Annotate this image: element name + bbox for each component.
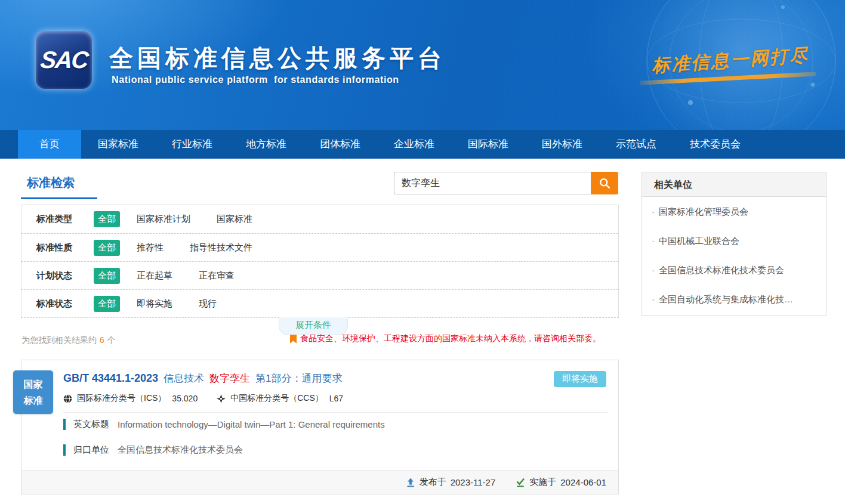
site-title: 全国标准信息公共服务平台 — [109, 42, 446, 75]
detail-bar — [63, 419, 66, 430]
nav-item-foreign-standards[interactable]: 国外标准 — [525, 130, 599, 159]
nav-item-home[interactable]: 首页 — [18, 130, 81, 159]
results-summary-suffix: 个 — [107, 335, 116, 345]
department-value: 全国信息技术标准化技术委员会 — [118, 444, 243, 456]
ics-value: 35.020 — [172, 394, 198, 403]
publish-date-item: 发布于 2023-11-27 — [406, 477, 496, 488]
bookmark-icon — [290, 335, 297, 344]
department-label: 归口单位 — [73, 444, 109, 456]
site-header: SAC 全国标准信息公共服务平台 National public service… — [0, 0, 845, 130]
standard-title-part2: 第1部分：通用要求 — [255, 372, 342, 385]
page: SAC 全国标准信息公共服务平台 National public service… — [0, 0, 845, 504]
standard-type-tag: 国家 标准 — [13, 370, 53, 414]
results-summary-prefix: 为您找到相关结果约 — [21, 335, 97, 345]
filter-row-plan-status: 计划状态 全部 正在起草 正在审查 — [21, 261, 618, 289]
notice-text: 食品安全、环境保护、工程建设方面的国家标准未纳入本系统，请咨询相关部委。 — [300, 333, 601, 344]
standard-code: GB/T 43441.1-2023 — [63, 372, 158, 385]
filter-option[interactable]: 正在起草 — [137, 270, 172, 282]
status-badge: 即将实施 — [554, 371, 606, 387]
search-input[interactable] — [394, 172, 591, 194]
english-title-value: Information technology—Digital twin—Part… — [118, 419, 385, 429]
implement-label: 实施于 — [529, 477, 556, 488]
filter-all-button[interactable]: 全部 — [94, 296, 120, 312]
sac-logo: SAC — [36, 31, 92, 89]
filter-all-button[interactable]: 全部 — [94, 211, 120, 227]
filter-option[interactable]: 推荐性 — [137, 242, 164, 253]
nav-item-local-standards[interactable]: 地方标准 — [229, 130, 303, 159]
sidebar-item-automation[interactable]: 全国自动化系统与集成标准化技… — [642, 285, 826, 314]
nav-item-pilot-programs[interactable]: 示范试点 — [599, 130, 673, 159]
english-title-label: 英文标题 — [73, 419, 109, 430]
filter-options: 推荐性 指导性技术文件 — [137, 242, 252, 253]
filter-option[interactable]: 即将实施 — [137, 298, 172, 310]
search-box — [394, 172, 618, 194]
filter-panel: 标准类型 全部 国家标准计划 国家标准 标准性质 全部 推荐性 指导性技术文件 … — [21, 205, 619, 318]
standard-title-part1: 信息技术 — [164, 372, 204, 385]
nav-item-group-standards[interactable]: 团体标准 — [303, 130, 377, 159]
filter-option[interactable]: 正在审查 — [199, 270, 235, 282]
sidebar-item-nits[interactable]: 全国信息技术标准化技术委员会 — [642, 255, 826, 285]
expand-conditions-button[interactable]: 展开条件 — [279, 317, 348, 335]
nav-item-technical-committees[interactable]: 技术委员会 — [673, 130, 757, 159]
result-card: 国家 标准 GB/T 43441.1-2023 信息技术 数字孪生 第1部分：通… — [21, 360, 619, 494]
page-title: 标准检索 — [27, 175, 75, 191]
ccs-value: L67 — [329, 394, 343, 403]
implement-date-item: 实施于 2024-06-01 — [516, 477, 606, 488]
sidebar-title: 相关单位 — [642, 172, 826, 197]
nav-item-national-standards[interactable]: 国家标准 — [81, 130, 155, 159]
filter-all-button[interactable]: 全部 — [94, 268, 120, 284]
standard-type-tag-line2: 标准 — [13, 392, 53, 409]
filter-label: 计划状态 — [36, 270, 83, 282]
filter-options: 即将实施 现行 — [137, 298, 217, 310]
nav-item-enterprise-standards[interactable]: 企业标准 — [377, 130, 451, 159]
page-title-underline — [21, 197, 97, 199]
filter-label: 标准状态 — [36, 298, 83, 310]
standard-title-highlight: 数字孪生 — [209, 372, 250, 385]
filter-row-standard-nature: 标准性质 全部 推荐性 指导性技术文件 — [21, 233, 618, 261]
filter-row-standard-type: 标准类型 全部 国家标准计划 国家标准 — [21, 205, 618, 233]
system-notice: 食品安全、环境保护、工程建设方面的国家标准未纳入本系统，请咨询相关部委。 — [290, 333, 601, 344]
sidebar-item-cmif[interactable]: 中国机械工业联合会 — [642, 226, 826, 255]
nav-item-industry-standards[interactable]: 行业标准 — [155, 130, 229, 159]
filter-option[interactable]: 指导性技术文件 — [190, 242, 252, 253]
main-nav: 首页 国家标准 行业标准 地方标准 团体标准 企业标准 国际标准 国外标准 示范… — [0, 130, 845, 159]
globe-icon — [63, 394, 72, 403]
classification-row: 国际标准分类号（ICS） 35.020 中国标准分类号（CCS） L67 — [63, 393, 343, 404]
filter-option[interactable]: 国家标准计划 — [137, 214, 190, 225]
site-subtitle: National public service platform for sta… — [112, 75, 399, 85]
detail-bar — [63, 444, 66, 456]
related-organizations-panel: 相关单位 国家标准化管理委员会 中国机械工业联合会 全国信息技术标准化技术委员会… — [642, 172, 827, 316]
filter-row-standard-status: 标准状态 全部 即将实施 现行 — [21, 289, 618, 317]
card-footer: 发布于 2023-11-27 实施于 2024-06-01 — [21, 470, 618, 494]
implement-date: 2024-06-01 — [560, 477, 606, 487]
department-row: 归口单位 全国信息技术标准化技术委员会 — [63, 444, 243, 456]
filter-option[interactable]: 现行 — [199, 298, 217, 310]
ics-label: 国际标准分类号（ICS） — [77, 393, 166, 404]
filter-options: 国家标准计划 国家标准 — [137, 214, 252, 225]
filter-option[interactable]: 国家标准 — [217, 214, 252, 225]
search-icon — [599, 177, 611, 190]
publish-date: 2023-11-27 — [451, 477, 496, 487]
upload-icon — [406, 478, 415, 487]
standard-title-link[interactable]: GB/T 43441.1-2023 信息技术 数字孪生 第1部分：通用要求 — [63, 372, 547, 385]
compass-icon — [217, 394, 226, 403]
english-title-row: 英文标题 Information technology—Digital twin… — [63, 419, 385, 430]
sidebar-item-sac[interactable]: 国家标准化管理委员会 — [642, 197, 826, 226]
filter-label: 标准类型 — [36, 214, 83, 225]
filter-all-button[interactable]: 全部 — [94, 240, 120, 256]
ccs-label: 中国标准分类号（CCS） — [230, 393, 323, 404]
nav-item-international-standards[interactable]: 国际标准 — [451, 130, 525, 159]
publish-label: 发布于 — [420, 477, 446, 488]
search-button[interactable] — [591, 172, 618, 194]
standard-type-tag-line1: 国家 — [13, 376, 53, 392]
results-summary: 为您找到相关结果约6个 — [21, 335, 116, 346]
sac-logo-text: SAC — [39, 47, 88, 73]
filter-options: 正在起草 正在审查 — [137, 270, 235, 282]
check-icon — [516, 478, 525, 487]
filter-label: 标准性质 — [36, 242, 83, 253]
results-count: 6 — [100, 335, 104, 345]
card-divider — [63, 412, 607, 413]
